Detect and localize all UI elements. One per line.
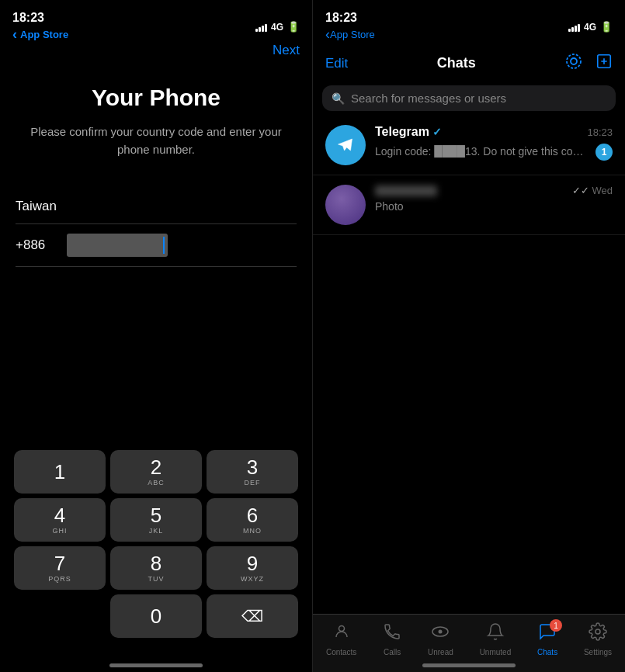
phone-input[interactable]	[67, 234, 168, 257]
story-icon[interactable]	[564, 52, 583, 74]
battery-icon-right: 🔋	[600, 21, 613, 33]
page-subtitle-left: Please confirm your country code and ent…	[16, 123, 297, 158]
nav-icons	[564, 52, 613, 74]
cursor-line	[163, 237, 165, 254]
country-label: Taiwan	[16, 199, 57, 213]
telegram-chat-info: Telegram ✓ 18:23 Login code: ████13. Do …	[375, 125, 613, 161]
verified-badge: ✓	[432, 126, 442, 138]
key-6[interactable]: 6 MNO	[207, 498, 298, 542]
tab-contacts[interactable]: Contacts	[326, 622, 356, 656]
key-empty	[14, 594, 106, 638]
blurred-name	[375, 185, 437, 196]
contact1-chat-header: ✓✓ Wed	[375, 185, 613, 196]
phone-code: +886	[16, 237, 54, 253]
keyboard-row-4: 0 ⌫	[3, 594, 309, 638]
unread-badge-telegram: 1	[595, 144, 613, 161]
unmuted-icon	[486, 622, 505, 646]
contact1-preview: Photo	[375, 200, 404, 213]
signal-icon-left	[255, 23, 267, 32]
chat-list: Telegram ✓ 18:23 Login code: ████13. Do …	[313, 116, 625, 614]
time-left: 18:23	[12, 11, 68, 25]
home-indicator-right	[422, 663, 516, 667]
key-9[interactable]: 9 WXYZ	[207, 546, 298, 590]
key-0[interactable]: 0	[110, 594, 202, 638]
tab-unmuted[interactable]: Unmuted	[480, 622, 512, 656]
back-arrow-left: ‹	[12, 26, 17, 43]
back-label-right: App Store	[330, 29, 375, 40]
calls-icon	[383, 622, 401, 646]
contact1-chat-time: ✓✓ Wed	[572, 185, 613, 196]
status-bar-right: 18:23 ‹ App Store 4G 🔋	[313, 0, 625, 46]
right-panel: 18:23 ‹ App Store 4G 🔋 Edit Chats	[312, 0, 625, 672]
unread-icon	[431, 622, 450, 646]
delete-icon: ⌫	[241, 607, 263, 625]
status-icons-right: 4G 🔋	[568, 21, 613, 33]
tab-settings[interactable]: Settings	[584, 622, 612, 656]
signal-icon-right	[568, 23, 580, 32]
status-bar-left: 18:23 ‹ App Store 4G 🔋	[0, 0, 312, 46]
chat-item-contact1[interactable]: ✓✓ Wed Photo	[313, 175, 625, 235]
keyboard: 1 2 ABC 3 DEF 4 GHI 5 JKL 6 MNO	[0, 444, 312, 649]
edit-button[interactable]: Edit	[325, 56, 348, 71]
key-4[interactable]: 4 GHI	[14, 498, 106, 542]
left-panel: 18:23 ‹ App Store 4G 🔋 Next Your Phone P…	[0, 0, 312, 672]
tab-label-unread: Unread	[428, 648, 453, 656]
compose-icon[interactable]	[595, 53, 613, 74]
contact1-chat-name	[375, 185, 437, 196]
svg-point-6	[595, 629, 600, 634]
tab-label-settings: Settings	[584, 648, 612, 656]
contact1-avatar	[325, 185, 366, 225]
page-title-left: Your Phone	[92, 85, 220, 111]
phone-section: +886	[16, 224, 297, 267]
search-icon: 🔍	[332, 92, 345, 105]
telegram-chat-header: Telegram ✓ 18:23	[375, 125, 613, 139]
settings-icon	[589, 622, 607, 646]
svg-point-1	[567, 54, 581, 68]
search-placeholder: Search for messages or users	[351, 92, 506, 105]
search-bar[interactable]: 🔍 Search for messages or users	[322, 85, 616, 111]
keyboard-row-1: 1 2 ABC 3 DEF	[3, 450, 309, 494]
home-indicator-left	[109, 663, 203, 667]
telegram-preview: Login code: ████13. Do not give this cod…	[375, 145, 585, 158]
contact1-chat-info: ✓✓ Wed Photo	[375, 185, 613, 213]
tab-calls[interactable]: Calls	[383, 622, 401, 656]
key-5[interactable]: 5 JKL	[110, 498, 202, 542]
key-3[interactable]: 3 DEF	[207, 450, 298, 494]
tab-label-contacts: Contacts	[326, 648, 356, 656]
status-icons-left: 4G 🔋	[255, 21, 300, 33]
key-8[interactable]: 8 TUV	[110, 546, 202, 590]
key-2[interactable]: 2 ABC	[110, 450, 202, 494]
tab-label-unmuted: Unmuted	[480, 648, 512, 656]
next-button[interactable]: Next	[273, 43, 300, 58]
tab-label-chats: Chats	[537, 648, 557, 656]
check-mark: ✓✓	[572, 185, 592, 196]
chats-badge: 1	[550, 619, 562, 632]
network-label-left: 4G	[271, 22, 283, 33]
svg-point-3	[339, 626, 344, 632]
chat-item-telegram[interactable]: Telegram ✓ 18:23 Login code: ████13. Do …	[313, 116, 625, 175]
back-link-left[interactable]: ‹ App Store	[12, 26, 68, 43]
telegram-avatar	[325, 125, 366, 165]
tab-label-calls: Calls	[384, 648, 401, 656]
time-right: 18:23	[325, 11, 375, 25]
back-label-left: App Store	[20, 29, 68, 40]
nav-bar: Edit Chats	[313, 46, 625, 81]
telegram-chat-time: 18:23	[587, 126, 613, 138]
chats-title: Chats	[437, 55, 476, 71]
tab-unread[interactable]: Unread	[428, 622, 453, 656]
network-label-right: 4G	[584, 22, 596, 33]
country-section[interactable]: Taiwan	[16, 189, 297, 224]
key-7[interactable]: 7 PQRS	[14, 546, 106, 590]
keyboard-row-2: 4 GHI 5 JKL 6 MNO	[3, 498, 309, 542]
battery-icon-left: 🔋	[287, 21, 300, 33]
contacts-icon	[332, 622, 351, 646]
key-1[interactable]: 1	[14, 450, 106, 494]
svg-point-0	[571, 58, 577, 64]
telegram-chat-name: Telegram ✓	[375, 125, 442, 139]
key-delete[interactable]: ⌫	[207, 594, 298, 638]
svg-point-5	[439, 630, 443, 634]
back-link-right[interactable]: ‹ App Store	[325, 26, 375, 43]
tab-chats[interactable]: 1 Chats	[537, 622, 557, 656]
keyboard-row-3: 7 PQRS 8 TUV 9 WXYZ	[3, 546, 309, 590]
